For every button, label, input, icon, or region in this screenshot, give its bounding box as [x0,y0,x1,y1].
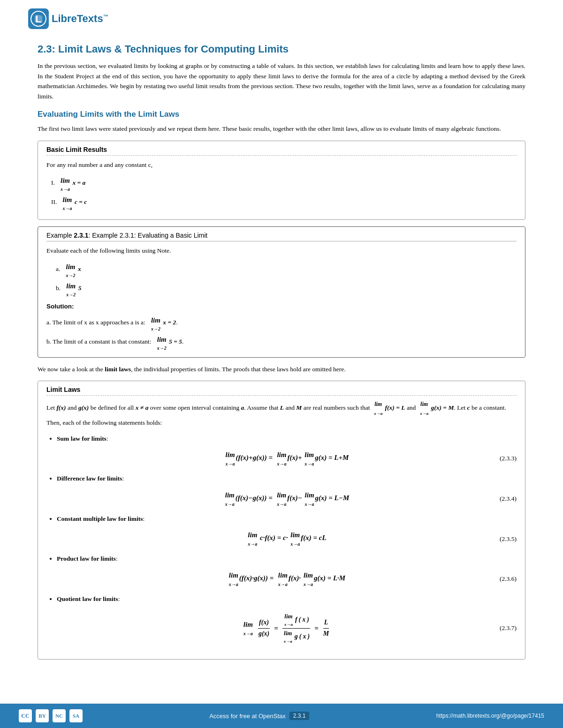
footer-icons: CC BY NC SA [19,709,83,722]
eq-number-2-3-7: (2.3.7) [500,623,517,633]
footer-page-number: 2.3.1 [289,712,310,720]
intro-paragraph: In the previous section, we evaluated li… [38,61,525,101]
solution-b: b. The limit of a constant is that const… [46,333,517,351]
section-title: 2.3: Limit Laws & Techniques for Computi… [38,43,525,55]
footer-center: Access for free at OpenStax 2.3.1 [209,712,309,720]
basic-limit-results-box: Basic Limit Results For any real number … [38,141,525,220]
example-title: Example 2.3.1: Example 2.3.1: Evaluating… [46,232,517,241]
by-icon: BY [36,709,49,722]
footer-url: https://math.libretexts.org/@go/page/174… [436,713,544,719]
page: L LibreTexts™ 2.3: Limit Laws & Techniqu… [0,0,563,728]
constant-multiple-law-item: Constant multiple law for limits: limx→a… [57,514,517,548]
diff-law-equation: limx→a (f(x)−g(x)) = limx→a f(x)− limx→a… [57,489,517,508]
eq-number-2-3-5: (2.3.5) [500,534,517,544]
main-content: 2.3: Limit Laws & Techniques for Computi… [0,34,563,704]
sum-law-equation: limx→a (f(x)+g(x)) = limx→a f(x)+ limx→a… [57,449,517,468]
product-law-equation: limx→a (f(x)·g(x)) = limx→a f(x)· limx→a… [57,570,517,588]
limit-laws-title: Limit Laws [46,386,517,396]
const-law-equation: limx→a c·f(x) = c· limx→a f(x) = cL (2.3… [57,529,517,548]
limit-laws-box: Limit Laws Let f(x) and g(x) be defined … [38,381,525,659]
eq-number-2-3-4: (2.3.4) [500,494,517,504]
example-2-3-1-box: Example 2.3.1: Example 2.3.1: Evaluating… [38,226,525,358]
solution-a: a. The limit of x as x approaches a is a… [46,314,517,331]
libretexts-logo-icon: L [28,8,49,29]
quotient-law-equation: limx→a f(x) g(x) = [57,612,517,645]
example-body: Evaluate each of the following limits us… [46,245,517,351]
basic-limit-title: Basic Limit Results [46,146,517,156]
basic-limit-II: II. lim x→a c = c [51,194,517,211]
example-part-a: a. lim x→2 x [56,261,517,278]
subsection-text: The first two limit laws were stated pre… [38,124,525,134]
transition-text: We now take a look at the limit laws, th… [38,364,525,375]
logo-area: L LibreTexts™ [28,8,535,29]
header: L LibreTexts™ [0,0,563,34]
sum-law-item: Sum law for limits: limx→a (f(x)+g(x)) =… [57,434,517,468]
difference-law-item: Difference law for limits: limx→a (f(x)−… [57,473,517,508]
nc-icon: NC [53,709,66,722]
example-part-b: b. lim x→2 5 [56,280,517,297]
eq-number-2-3-3: (2.3.3) [500,453,517,464]
quotient-law-item: Quotient law for limits: limx→a f(x) g(x… [57,594,517,645]
limit-laws-body: Let f(x) and g(x) be defined for all x ≠… [46,399,517,645]
logo-text: LibreTexts™ [52,13,108,25]
footer: CC BY NC SA Access for free at OpenStax … [0,704,563,728]
sa-icon: SA [69,709,83,722]
basic-limit-body: For any real number a and any constant c… [46,159,517,211]
footer-access-text: Access for free at OpenStax [209,713,286,720]
subsection-evaluating-limits: Evaluating Limits with the Limit Laws [38,110,525,119]
basic-limit-I: I. lim x→a x = a [51,174,517,192]
eq-number-2-3-6: (2.3.6) [500,574,517,584]
solution-label: Solution: [46,301,517,312]
cc-icon: CC [19,709,32,722]
product-law-item: Product law for limits: limx→a (f(x)·g(x… [57,554,517,588]
